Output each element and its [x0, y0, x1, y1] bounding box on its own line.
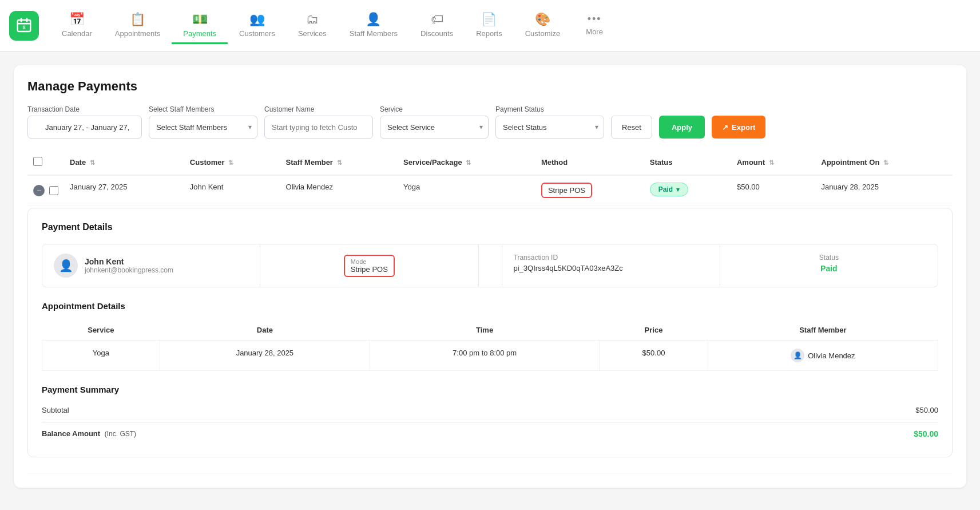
appt-price: $50.00 [600, 341, 708, 371]
appt-header-row: Service Date Time Price Staff Member [42, 320, 938, 341]
staff-members-group: Select Staff Members Select Staff Member… [149, 105, 257, 139]
customers-icon: 👥 [249, 12, 265, 27]
col-amount: Amount ⇅ [731, 150, 816, 175]
balance-value: $50.00 [914, 429, 938, 438]
nav-customers-label: Customers [239, 29, 275, 38]
col-method: Method [535, 150, 644, 175]
row-customer: John Kent [184, 175, 280, 205]
expanded-panel-row: Payment Details 👤 [27, 205, 953, 474]
payment-details-panel: Payment Details 👤 [27, 208, 953, 457]
row-method: Stripe POS [535, 175, 644, 205]
payments-icon: 💵 [192, 12, 208, 27]
balance-note: (Inc. GST) [105, 430, 136, 438]
row-amount: $50.00 [731, 175, 816, 205]
reports-icon: 📄 [481, 12, 497, 27]
calendar-icon: 📅 [69, 12, 85, 27]
customer-name: John Kent [85, 257, 173, 266]
balance-label-text: Balance Amount [42, 429, 100, 438]
payment-info-row: 👤 John Kent johnkent@bookingpress.com [42, 244, 938, 287]
nav-customize-label: Customize [525, 29, 560, 38]
nav-discounts[interactable]: 🏷 Discounts [409, 7, 465, 44]
transaction-date-group: Transaction Date [27, 105, 142, 139]
col-customer: Customer ⇅ [184, 150, 280, 175]
col-staff-member: Staff Member ⇅ [280, 150, 398, 175]
staff-icon: 👤 [366, 12, 381, 27]
apply-button[interactable]: Apply [659, 116, 705, 139]
svg-text:$: $ [23, 25, 26, 30]
staff-sort-icon[interactable]: ⇅ [337, 159, 342, 166]
staff-members-select-wrap: Select Staff Members [149, 116, 257, 139]
row-staff: Olivia Mendez [280, 175, 398, 205]
top-navigation: $ 📅 Calendar 📋 Appointments 💵 Payments 👥… [0, 0, 980, 52]
detail-status-value: Paid [732, 264, 926, 273]
subtotal-value: $50.00 [915, 406, 938, 414]
row-date: January 27, 2025 [64, 175, 184, 205]
expanded-panel-cell: Payment Details 👤 [27, 205, 953, 474]
service-select[interactable]: Select Service [380, 116, 489, 139]
detail-status-label: Status [732, 254, 926, 262]
customer-name-input[interactable] [264, 116, 373, 139]
status-badge[interactable]: Paid ▾ [650, 183, 688, 196]
mode-label: Mode [351, 258, 388, 265]
appt-sort-icon[interactable]: ⇅ [883, 159, 888, 166]
nav-discounts-label: Discounts [420, 29, 453, 38]
select-all-checkbox[interactable] [33, 157, 42, 166]
avatar-icon: 👤 [59, 259, 73, 272]
appt-service: Yoga [42, 341, 160, 371]
customer-info-section: 👤 John Kent johnkent@bookingpress.com [42, 244, 260, 287]
customer-sort-icon[interactable]: ⇅ [228, 159, 233, 166]
page-card: Manage Payments Transaction Date Select … [14, 65, 966, 488]
payment-status-select[interactable]: Select Status [495, 116, 604, 139]
appt-time: 7:00 pm to 8:00 pm [370, 341, 600, 371]
appt-col-time: Time [370, 320, 600, 341]
staff-avatar-icon: 👤 [791, 349, 804, 362]
staff-members-label: Select Staff Members [149, 105, 257, 113]
nav-services[interactable]: 🗂 Services [287, 7, 338, 44]
nav-appointments[interactable]: 📋 Appointments [104, 7, 172, 44]
nav-more-label: More [586, 27, 603, 36]
transaction-date-input[interactable] [27, 116, 142, 139]
table-row: − January 27, 2025 John Kent Olivia Mend… [27, 175, 953, 205]
customer-name-label: Customer Name [264, 105, 373, 113]
discounts-icon: 🏷 [431, 12, 443, 27]
col-appointment-on: Appointment On ⇅ [816, 150, 953, 175]
expand-wrap: − [33, 185, 58, 196]
customer-name-group: Customer Name [264, 105, 373, 139]
nav-calendar[interactable]: 📅 Calendar [50, 7, 104, 44]
more-icon: ••• [588, 13, 602, 25]
appt-col-service: Service [42, 320, 160, 341]
nav-customize[interactable]: 🎨 Customize [514, 7, 572, 44]
payment-status-select-wrap: Select Status [495, 116, 604, 139]
service-sort-icon[interactable]: ⇅ [466, 159, 471, 166]
payment-status-label: Payment Status [495, 105, 604, 113]
table-header-row: Date ⇅ Customer ⇅ Staff Member ⇅ Servi [27, 150, 953, 175]
nav-services-label: Services [298, 29, 327, 38]
nav-staff-members[interactable]: 👤 Staff Members [338, 7, 409, 44]
collapse-button[interactable]: − [33, 185, 45, 196]
nav-reports[interactable]: 📄 Reports [465, 7, 514, 44]
nav-items-container: 📅 Calendar 📋 Appointments 💵 Payments 👥 C… [50, 7, 971, 44]
appointment-details-title: Appointment Details [42, 301, 938, 311]
nav-more[interactable]: ••• More [572, 9, 617, 42]
subtotal-row: Subtotal $50.00 [42, 401, 938, 420]
nav-customers[interactable]: 👥 Customers [228, 7, 287, 44]
date-sort-icon[interactable]: ⇅ [90, 159, 95, 166]
export-label: Export [732, 123, 755, 132]
detail-status-section: Status Paid [720, 244, 938, 287]
nav-payments-label: Payments [183, 29, 216, 38]
col-date: Date ⇅ [64, 150, 184, 175]
staff-members-select[interactable]: Select Staff Members [149, 116, 257, 139]
reset-button[interactable]: Reset [611, 116, 652, 139]
customer-info: 👤 John Kent johnkent@bookingpress.com [54, 254, 248, 278]
row-status: Paid ▾ [644, 175, 731, 205]
appt-row: Yoga January 28, 2025 7:00 pm to 8:00 pm… [42, 341, 938, 371]
amount-sort-icon[interactable]: ⇅ [769, 159, 774, 166]
nav-payments[interactable]: 💵 Payments [172, 7, 228, 44]
service-filter-label: Service [380, 105, 489, 113]
export-button[interactable]: ↗ Export [712, 116, 765, 139]
mode-section: Mode Stripe POS [260, 244, 478, 287]
row-checkbox[interactable] [49, 186, 58, 195]
col-service: Service/Package ⇅ [398, 150, 535, 175]
row-appointment-on: January 28, 2025 [816, 175, 953, 205]
appointments-icon: 📋 [130, 12, 145, 27]
